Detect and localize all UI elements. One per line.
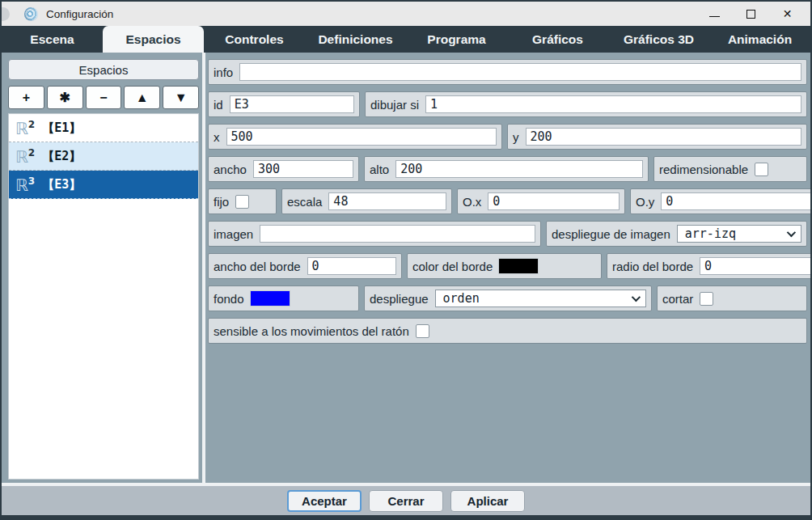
remove-space-button[interactable]: − (86, 86, 122, 109)
despliegue-imagen-field: despliegue de imagen arr-izq (546, 221, 807, 247)
ancho-borde-field: ancho del borde (208, 253, 402, 279)
maximize-button[interactable] (733, 2, 769, 26)
tab-graficos[interactable]: Gráficos (507, 26, 608, 53)
y-label: y (513, 130, 519, 144)
space-type-symbol: ℝ2 (15, 120, 35, 137)
chevron-down-icon (632, 293, 641, 302)
add-space-button[interactable]: + (8, 86, 44, 109)
despliegue-label: despliegue (370, 292, 429, 306)
space-properties-form: info id dibujar si x (205, 53, 810, 483)
alto-input[interactable] (395, 160, 643, 178)
maximize-icon (746, 10, 755, 19)
x-field: x (208, 124, 502, 150)
space-id-label: 【E2】 (42, 149, 81, 164)
ancho-borde-label: ancho del borde (214, 260, 301, 273)
list-item-e3-selected[interactable]: ℝ3 【E3】 (9, 171, 198, 199)
ox-field: O.x (457, 188, 625, 214)
sensible-field: sensible a los movimientos del ratón (208, 318, 807, 344)
redimensionable-checkbox[interactable] (755, 163, 768, 176)
descartes-logo-icon (24, 7, 38, 21)
cortar-field: cortar (657, 285, 807, 311)
imagen-input[interactable] (260, 225, 535, 243)
id-input[interactable] (230, 95, 354, 113)
cerrar-button[interactable]: Cerrar (369, 490, 443, 512)
info-input[interactable] (239, 63, 801, 81)
escala-label: escala (287, 195, 322, 209)
fondo-field: fondo (208, 285, 359, 311)
oy-input[interactable] (661, 192, 812, 210)
color-borde-field: color del borde (407, 253, 602, 279)
id-label: id (214, 98, 223, 112)
spaces-toolbar: + ✱ − ▲ ▼ (8, 86, 199, 109)
radio-borde-input[interactable] (700, 257, 812, 275)
oy-label: O.y (636, 195, 654, 209)
list-item-e1[interactable]: ℝ2 【E1】 (9, 114, 198, 142)
cortar-checkbox[interactable] (700, 292, 713, 306)
tab-graficos-3d[interactable]: Gráficos 3D (608, 26, 709, 53)
y-field: y (507, 124, 807, 150)
tab-bar: Escena Espacios Controles Definiciones P… (2, 26, 810, 53)
x-label: x (214, 130, 220, 144)
imagen-label: imagen (214, 227, 253, 241)
despliegue-field: despliegue orden (364, 285, 652, 311)
ancho-field: ancho (208, 156, 359, 182)
redimensionable-field: redimensionable (653, 156, 807, 182)
spaces-list: ℝ2 【E1】 ℝ2 【E2】 ℝ3 【E3】 (8, 113, 199, 480)
escala-field: escala (281, 188, 452, 214)
minimize-button[interactable] (696, 2, 733, 26)
edge-decoration-icon (2, 7, 10, 21)
duplicate-space-button[interactable]: ✱ (47, 86, 83, 109)
ancho-input[interactable] (253, 160, 353, 178)
oy-field: O.y (630, 188, 812, 214)
move-space-up-button[interactable]: ▲ (124, 86, 160, 109)
despliegue-imagen-select[interactable]: arr-izq (677, 225, 801, 243)
space-type-symbol: ℝ2 (15, 148, 35, 165)
sensible-checkbox[interactable] (416, 324, 429, 338)
ox-input[interactable] (488, 192, 620, 210)
fijo-label: fijo (214, 195, 229, 209)
redimensionable-label: redimensionable (659, 163, 748, 176)
main-content: Espacios + ✱ − ▲ ▼ ℝ2 【E1】 ℝ2 【E2】 ℝ3 (2, 53, 810, 483)
tab-definiciones[interactable]: Definiciones (305, 26, 406, 53)
fijo-checkbox[interactable] (235, 195, 249, 209)
tab-programa[interactable]: Programa (406, 26, 507, 53)
window-controls: ✕ (696, 2, 806, 26)
y-input[interactable] (526, 128, 802, 146)
escala-input[interactable] (328, 192, 446, 210)
radio-borde-field: radio del borde (607, 253, 812, 279)
space-id-label: 【E3】 (42, 177, 81, 192)
fondo-label: fondo (214, 292, 244, 306)
aplicar-button[interactable]: Aplicar (450, 490, 525, 512)
ox-label: O.x (463, 195, 481, 209)
list-item-e2[interactable]: ℝ2 【E2】 (9, 142, 198, 171)
despliegue-select[interactable]: orden (435, 290, 646, 307)
aceptar-button[interactable]: Aceptar (287, 490, 362, 512)
imagen-field: imagen (208, 221, 541, 247)
cortar-label: cortar (662, 292, 693, 306)
info-field: info (208, 59, 807, 85)
alto-field: alto (364, 156, 649, 182)
tab-espacios[interactable]: Espacios (103, 26, 204, 53)
fijo-field: fijo (208, 188, 277, 214)
move-space-down-button[interactable]: ▼ (163, 86, 199, 109)
space-id-label: 【E1】 (42, 120, 81, 136)
ancho-borde-input[interactable] (307, 257, 396, 275)
dibujar-si-field: dibujar si (365, 91, 807, 117)
sensible-label: sensible a los movimientos del ratón (214, 324, 409, 338)
close-button[interactable]: ✕ (769, 2, 806, 26)
alto-label: alto (370, 163, 389, 176)
radio-borde-label: radio del borde (612, 260, 693, 273)
color-borde-label: color del borde (412, 260, 493, 273)
space-type-symbol: ℝ3 (15, 176, 35, 193)
tab-animacion[interactable]: Animación (709, 26, 810, 53)
color-borde-swatch[interactable] (499, 259, 538, 273)
x-input[interactable] (226, 128, 497, 146)
configuration-window: Configuración ✕ Escena Espacios Controle… (0, 0, 812, 520)
ancho-label: ancho (214, 163, 247, 176)
fondo-swatch[interactable] (251, 291, 290, 306)
dibujar-si-input[interactable] (425, 95, 801, 113)
id-field: id (208, 91, 360, 117)
window-title: Configuración (46, 8, 113, 20)
tab-controles[interactable]: Controles (204, 26, 305, 53)
tab-escena[interactable]: Escena (2, 26, 103, 53)
